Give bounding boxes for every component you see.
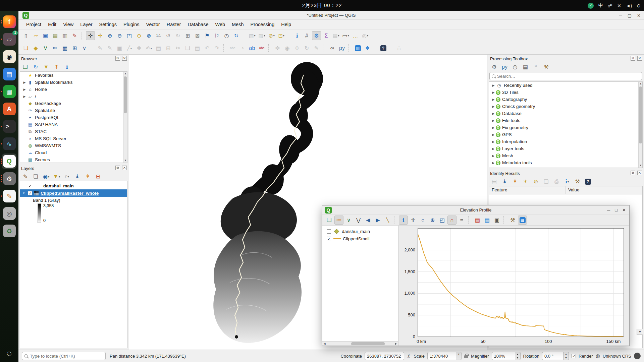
profile-clear[interactable]: ╲ xyxy=(383,216,392,225)
lock-scale-icon[interactable] xyxy=(464,355,468,358)
plugin-quickmapservices[interactable]: ❖ xyxy=(363,44,372,53)
legend-checkbox[interactable] xyxy=(327,229,331,234)
scale-dropdown-icon[interactable]: ▼ xyxy=(456,352,462,360)
ubuntu-logo-icon[interactable]: ◌ xyxy=(7,348,12,359)
profile-identify[interactable]: ℹ xyxy=(399,216,408,225)
menu-database[interactable]: Database xyxy=(184,21,211,28)
dock-trash[interactable]: ♻ xyxy=(0,222,18,240)
notification-close-icon[interactable]: ✕ xyxy=(617,3,621,8)
scroll-up-icon[interactable]: ▲ xyxy=(123,72,127,76)
window-titlebar[interactable]: Q *Untitled Project — QGIS ─ ▢ ✕ xyxy=(18,11,644,20)
browser-filter[interactable]: ▼ xyxy=(42,63,51,72)
profile-titlebar[interactable]: Q Elevation Profile ─ □ ✕ xyxy=(322,205,629,215)
profile-nudge-left[interactable]: ◀ xyxy=(364,216,373,225)
layers-expand-all[interactable]: ↡ xyxy=(73,172,82,181)
profile-export-image[interactable]: ▤ xyxy=(483,216,492,225)
browser-add-selected-layers[interactable]: ❏ xyxy=(21,63,30,72)
statistical-summary[interactable]: # xyxy=(302,31,311,40)
new-project[interactable]: ▯ xyxy=(21,31,31,40)
crs-globe-icon[interactable]: ◍ xyxy=(596,353,600,359)
identify-expand-tree[interactable]: ↡ xyxy=(500,177,509,186)
browser-collapse-all[interactable]: ↟ xyxy=(52,63,61,72)
volume-icon[interactable]: ◄) xyxy=(626,3,632,8)
browser-scrollbar[interactable]: ▲ ▼ xyxy=(123,72,127,163)
processing-group-gps[interactable]: ▶QGPS xyxy=(489,131,642,138)
close-button[interactable]: ✕ xyxy=(637,13,641,18)
expander-icon[interactable]: ▶ xyxy=(491,133,496,136)
menu-edit[interactable]: Edit xyxy=(45,21,59,28)
magnifier-input[interactable] xyxy=(492,352,515,360)
processing-group-cartography[interactable]: ▶QCartography xyxy=(489,96,642,103)
layer-item-clipped-raster[interactable]: ▾ ✓ ClippedSmallRaster_whole xyxy=(20,189,127,197)
browser-item-spatialite[interactable]: ✑SpatiaLite xyxy=(20,107,127,114)
browser-float-button[interactable]: ⧉ xyxy=(115,56,120,61)
processing-scripts[interactable]: py xyxy=(500,63,509,72)
expander-icon[interactable]: ▶ xyxy=(491,161,496,165)
layers-add-group[interactable]: ❏ xyxy=(31,172,40,181)
zoom-out[interactable]: ⊖ xyxy=(115,31,124,40)
scroll-left-icon[interactable]: ◀ xyxy=(322,342,327,346)
expander-icon[interactable]: ▶ xyxy=(491,154,496,158)
new-3d-map-view[interactable]: ⊠ xyxy=(193,31,202,40)
expander-icon[interactable]: ▶ xyxy=(491,112,496,115)
zoom-to-layer[interactable]: ⊚ xyxy=(144,31,153,40)
scroll-down-icon[interactable]: ▼ xyxy=(123,159,127,163)
browser-item-[interactable]: ▶▱/ xyxy=(20,93,127,100)
browser-refresh[interactable]: ↻ xyxy=(31,63,40,72)
layer-checkbox[interactable]: ✓ xyxy=(28,191,32,195)
column-header-value[interactable]: Value xyxy=(566,186,642,194)
new-map-view[interactable]: ⊞ xyxy=(183,31,192,40)
profile-zoom-fit[interactable]: ◰ xyxy=(438,216,447,225)
temporal-controller[interactable]: ◷ xyxy=(222,31,231,40)
new-geopackage-layer[interactable]: ◆ xyxy=(31,44,40,53)
profile-save-as[interactable]: ▣ xyxy=(492,216,501,225)
processing-group-recently-used[interactable]: ▶◷Recently used xyxy=(489,82,642,89)
dock-libreoffice-impress[interactable]: ▤ xyxy=(0,65,18,83)
dock-libreoffice-calc[interactable]: ▦ xyxy=(0,83,18,100)
data-source-manager[interactable]: ❏ xyxy=(21,44,31,53)
new-virtual-layer[interactable]: ▦ xyxy=(60,44,69,53)
layers-float-button[interactable]: ⧉ xyxy=(115,166,120,170)
processing-models[interactable]: ⚙ xyxy=(490,63,499,72)
identify-clear-results[interactable]: ⊘ xyxy=(531,177,540,186)
expander-icon[interactable]: ▶ xyxy=(491,147,496,150)
processing-group-metadata-tools[interactable]: ▶QMetadata tools xyxy=(489,159,642,166)
layer-labeling-options[interactable]: ab xyxy=(248,44,257,53)
processing-group-3d-tiles[interactable]: ▶Q3D Tiles xyxy=(489,89,642,96)
magnifier-spin[interactable]: ▲▼ xyxy=(492,352,521,360)
expander-icon[interactable]: ▶ xyxy=(491,140,496,143)
profile-zoom-in[interactable]: ⊕ xyxy=(428,216,437,225)
dock-music-player[interactable]: ◉ xyxy=(0,48,18,65)
new-print-layout[interactable]: ▤ xyxy=(51,31,60,40)
processing-group-layer-tools[interactable]: ▶QLayer tools xyxy=(489,145,642,152)
menu-help[interactable]: Help xyxy=(278,21,294,28)
expander-icon[interactable]: ▶ xyxy=(22,81,27,84)
identify-collapse-tree[interactable]: ↟ xyxy=(511,177,520,186)
profile-add-layers[interactable]: ❏ xyxy=(325,216,334,225)
messages-icon[interactable]: … xyxy=(634,353,641,359)
layer-diagram-options[interactable]: abc xyxy=(257,44,266,53)
identify-help[interactable]: ? xyxy=(583,177,592,186)
menu-web[interactable]: Web xyxy=(212,21,228,28)
profile-options[interactable]: ⚒ xyxy=(508,216,517,225)
processing-group-mesh[interactable]: ▶QMesh xyxy=(489,152,642,159)
new-spatial-bookmark[interactable]: ⚑ xyxy=(203,31,212,40)
expander-icon[interactable]: ▶ xyxy=(22,88,27,91)
menu-project[interactable]: Project xyxy=(23,21,44,28)
layers-manage-themes[interactable]: ◉▾ xyxy=(42,172,51,181)
browser-item-wms-wmts[interactable]: ◍WMS/WMTS xyxy=(20,142,127,149)
identify-close-button[interactable]: ✕ xyxy=(637,171,642,175)
show-layout-manager[interactable]: ▥ xyxy=(60,31,69,40)
network-icon[interactable]: ☍ xyxy=(608,3,612,8)
menu-raster[interactable]: Raster xyxy=(164,21,184,28)
coordinate-input[interactable] xyxy=(365,352,404,360)
plugin-data-plotly[interactable]: ▥ xyxy=(353,44,362,53)
browser-item-sap-hana[interactable]: ▦SAP HANA xyxy=(20,121,127,128)
topology-checker[interactable]: ∴ xyxy=(394,44,404,53)
processing-group-interpolation[interactable]: ▶QInterpolation xyxy=(489,138,642,145)
layers-remove[interactable]: ⊟ xyxy=(94,172,103,181)
layers-close-button[interactable]: ✕ xyxy=(122,166,127,170)
menu-vector[interactable]: Vector xyxy=(143,21,163,28)
dock-settings[interactable]: ⚙ xyxy=(0,170,18,187)
profile-minimize-button[interactable]: ─ xyxy=(607,207,610,213)
